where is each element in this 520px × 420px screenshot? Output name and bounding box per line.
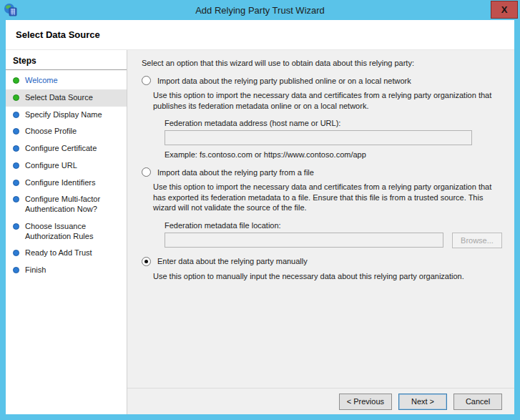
radio-import-file[interactable] — [142, 167, 151, 177]
radio-row-import-file[interactable]: Import data about the relying party from… — [142, 167, 503, 177]
sidebar-item-select-data-source: Select Data Source — [6, 89, 127, 107]
step-done-icon — [13, 94, 19, 101]
federation-metadata-address-input[interactable] — [165, 130, 472, 145]
cancel-button[interactable]: Cancel — [453, 394, 502, 410]
step-pending-icon — [13, 196, 19, 202]
wizard-window: Add Relying Party Trust Wizard X Select … — [0, 0, 520, 420]
radio-enter-manually[interactable] — [142, 257, 151, 266]
sidebar-item-configure-certificate: Configure Certificate — [6, 140, 127, 157]
titlebar[interactable]: Add Relying Party Trust Wizard X — [0, 0, 520, 20]
sidebar-item-configure-mfa: Configure Multi-factor Authentication No… — [6, 191, 127, 218]
sidebar-item-finish: Finish — [6, 262, 127, 279]
radio-row-import-online[interactable]: Import data about the relying party publ… — [142, 76, 503, 85]
radio-label: Import data about the relying party publ… — [157, 77, 411, 85]
metadata-address-label: Federation metadata address (host name o… — [165, 119, 503, 127]
sidebar-item-choose-profile: Choose Profile — [6, 123, 127, 140]
sidebar-item-configure-identifiers: Configure Identifiers — [6, 175, 127, 192]
step-done-icon — [13, 77, 19, 84]
sidebar-item-specify-display-name: Specify Display Name — [6, 107, 127, 124]
step-pending-icon — [13, 250, 19, 256]
page-title: Select Data Source — [6, 20, 514, 50]
close-button[interactable]: X — [491, 1, 518, 19]
step-pending-icon — [13, 112, 19, 118]
option-import-file: Import data about the relying party from… — [142, 167, 503, 248]
radio-label: Import data about the relying party from… — [157, 168, 314, 177]
wizard-button-bar: < Previous Next > Cancel — [127, 388, 514, 414]
main-panel: Select an option that this wizard will u… — [127, 50, 514, 414]
window-title: Add Relying Party Trust Wizard — [43, 5, 477, 16]
steps-panel-header: Steps — [6, 50, 127, 70]
previous-button[interactable]: < Previous — [339, 394, 392, 410]
step-pending-icon — [13, 180, 19, 186]
option-description: Use this option to import the necessary … — [153, 182, 501, 213]
sidebar-item-ready-to-add-trust: Ready to Add Trust — [6, 245, 127, 262]
next-button[interactable]: Next > — [398, 394, 447, 410]
intro-text: Select an option that this wizard will u… — [142, 59, 503, 67]
step-pending-icon — [13, 145, 19, 152]
radio-label: Enter data about the relying party manua… — [157, 257, 308, 265]
metadata-file-row: Browse... — [165, 233, 503, 248]
option-description: Use this option to import the necessary … — [153, 90, 501, 111]
browse-button[interactable]: Browse... — [452, 233, 502, 248]
sidebar-item-welcome: Welcome — [6, 72, 127, 89]
sidebar-item-choose-issuance-rules: Choose Issuance Authorization Rules — [6, 218, 127, 245]
option-description: Use this option to manually input the ne… — [153, 271, 501, 282]
radio-import-online[interactable] — [142, 76, 151, 85]
dialog-frame: Select Data Source Steps Welcome Select … — [6, 20, 514, 414]
metadata-file-label: Federation metadata file location: — [165, 221, 503, 230]
option-enter-manually: Enter data about the relying party manua… — [142, 257, 503, 282]
option-import-online: Import data about the relying party publ… — [142, 76, 503, 159]
step-pending-icon — [13, 223, 19, 230]
step-pending-icon — [13, 128, 19, 135]
step-pending-icon — [13, 267, 19, 273]
dialog-body: Steps Welcome Select Data Source Specify… — [6, 50, 514, 414]
metadata-address-example: Example: fs.contoso.com or https://www.c… — [165, 150, 503, 159]
data-source-options: Select an option that this wizard will u… — [127, 50, 514, 388]
sidebar-item-configure-url: Configure URL — [6, 157, 127, 175]
federation-metadata-file-input[interactable] — [165, 233, 443, 248]
adfs-wizard-icon — [4, 3, 17, 16]
steps-panel: Steps Welcome Select Data Source Specify… — [6, 50, 127, 414]
steps-list: Welcome Select Data Source Specify Displ… — [6, 72, 127, 279]
step-pending-icon — [13, 162, 19, 169]
radio-row-enter-manually[interactable]: Enter data about the relying party manua… — [142, 257, 503, 266]
